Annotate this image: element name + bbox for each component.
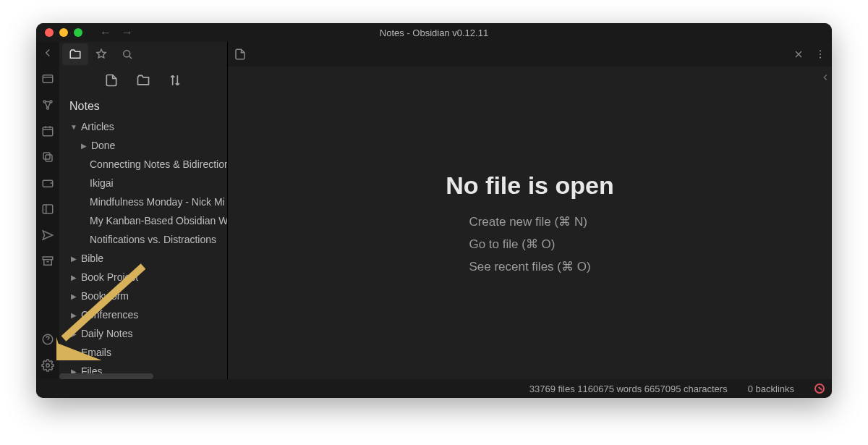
empty-state: No file is open Create new file (⌘ N) Go… <box>228 67 832 379</box>
folder-bible[interactable]: ▶ Bible <box>59 249 227 268</box>
chevron-right-icon: ▶ <box>69 274 78 281</box>
folder-daily-notes[interactable]: ▶ Daily Notes <box>59 324 227 343</box>
folder-label: Articles <box>81 121 114 132</box>
note-item[interactable]: Connecting Notes & Bidirectional <box>59 155 227 174</box>
starred-tab[interactable] <box>88 43 114 65</box>
folder-done[interactable]: ▶ Done <box>59 136 227 155</box>
note-label: Ikigai <box>90 177 114 189</box>
wallet-icon[interactable] <box>41 177 54 190</box>
folder-label: Bookworm <box>81 290 129 302</box>
chevron-right-icon: ▶ <box>69 292 78 300</box>
file-icon <box>234 48 247 61</box>
titlebar: ← → Notes - Obsidian v0.12.11 <box>36 23 832 42</box>
empty-title: No file is open <box>446 171 613 200</box>
chevron-right-icon: ▶ <box>69 349 78 357</box>
forward-button[interactable]: → <box>122 26 133 39</box>
calendar-icon[interactable] <box>41 124 54 137</box>
graph-view-icon[interactable] <box>41 98 54 111</box>
note-label: My Kanban-Based Obsidian W <box>90 215 227 226</box>
panel-icon[interactable] <box>41 203 54 216</box>
files-tab[interactable] <box>62 43 88 65</box>
go-to-file-action[interactable]: Go to file (⌘ O) <box>469 237 590 252</box>
svg-point-15 <box>820 57 821 59</box>
new-folder-icon[interactable] <box>136 73 150 88</box>
svg-rect-8 <box>43 205 53 213</box>
status-backlinks: 0 backlinks <box>748 383 794 394</box>
note-item[interactable]: Ikigai <box>59 174 227 192</box>
svg-rect-5 <box>46 155 52 161</box>
folder-conferences[interactable]: ▶ Conferences <box>59 305 227 324</box>
back-button[interactable]: ← <box>100 26 111 39</box>
explorer-actions <box>59 67 227 94</box>
note-label: Connecting Notes & Bidirectional <box>90 158 227 170</box>
svg-point-12 <box>124 51 130 57</box>
note-label: Notifications vs. Distractions <box>90 234 216 245</box>
chevron-right-icon: ▶ <box>80 142 88 150</box>
folder-label: Daily Notes <box>81 328 133 339</box>
folder-label: Book Project <box>81 271 138 283</box>
svg-point-13 <box>820 50 821 51</box>
chevron-down-icon: ▼ <box>69 123 78 131</box>
folder-label: Done <box>91 140 115 151</box>
file-explorer-sidebar: Notes ▼ Articles ▶ Done Connecting Notes… <box>59 42 227 379</box>
sync-status-icon[interactable] <box>814 383 825 394</box>
search-tab[interactable] <box>114 43 140 65</box>
archive-icon[interactable] <box>41 255 54 268</box>
help-icon[interactable] <box>41 333 54 346</box>
note-item[interactable]: Notifications vs. Distractions <box>59 230 227 249</box>
sidebar-tabs <box>59 42 227 67</box>
settings-icon[interactable] <box>41 359 54 372</box>
svg-rect-4 <box>43 127 53 136</box>
folder-emails[interactable]: ▶ Emails <box>59 343 227 362</box>
chevron-right-icon: ▶ <box>69 311 78 319</box>
horizontal-scrollbar[interactable] <box>59 373 153 379</box>
svg-point-3 <box>47 107 49 109</box>
close-window-button[interactable] <box>45 28 54 37</box>
note-item[interactable]: My Kanban-Based Obsidian W <box>59 211 227 230</box>
sort-icon[interactable] <box>168 73 182 88</box>
quick-switcher-icon[interactable] <box>41 72 54 85</box>
minimize-window-button[interactable] <box>59 28 68 37</box>
see-recent-files-action[interactable]: See recent files (⌘ O) <box>469 259 590 274</box>
folder-bookworm[interactable]: ▶ Bookworm <box>59 287 227 305</box>
close-tab-icon[interactable] <box>793 48 804 60</box>
file-tree: ▼ Articles ▶ Done Connecting Notes & Bid… <box>59 117 227 379</box>
folder-book-project[interactable]: ▶ Book Project <box>59 268 227 287</box>
note-item[interactable]: Mindfulness Monday - Nick Mi <box>59 192 227 211</box>
svg-point-11 <box>46 364 50 368</box>
chevron-right-icon: ▶ <box>69 330 78 338</box>
window-controls <box>45 28 82 37</box>
folder-label: Conferences <box>81 309 138 321</box>
expand-right-sidebar-icon[interactable] <box>819 67 832 88</box>
left-ribbon <box>36 42 59 379</box>
window-title: Notes - Obsidian v0.12.11 <box>36 27 832 38</box>
editor-tabbar <box>228 42 832 67</box>
send-icon[interactable] <box>41 229 54 242</box>
more-options-icon[interactable] <box>814 48 826 60</box>
app-window: ← → Notes - Obsidian v0.12.11 <box>36 23 832 398</box>
maximize-window-button[interactable] <box>74 28 82 37</box>
copy-icon[interactable] <box>41 151 54 164</box>
status-bar: 33769 files 1160675 words 6657095 charac… <box>36 379 832 398</box>
svg-point-14 <box>820 54 821 55</box>
history-nav: ← → <box>100 26 133 39</box>
new-note-icon[interactable] <box>104 73 119 88</box>
svg-rect-0 <box>43 75 53 83</box>
svg-rect-9 <box>43 257 53 260</box>
status-counts: 33769 files 1160675 words 6657095 charac… <box>529 383 728 394</box>
editor-pane: No file is open Create new file (⌘ N) Go… <box>227 42 832 379</box>
collapse-sidebar-icon[interactable] <box>41 46 54 59</box>
folder-articles[interactable]: ▼ Articles <box>59 117 227 136</box>
chevron-right-icon: ▶ <box>69 255 78 263</box>
svg-rect-6 <box>43 153 50 159</box>
create-new-file-action[interactable]: Create new file (⌘ N) <box>469 214 590 229</box>
folder-label: Emails <box>81 347 111 358</box>
note-label: Mindfulness Monday - Nick Mi <box>90 196 225 208</box>
vault-name: Notes <box>59 94 227 117</box>
folder-label: Bible <box>81 253 103 264</box>
